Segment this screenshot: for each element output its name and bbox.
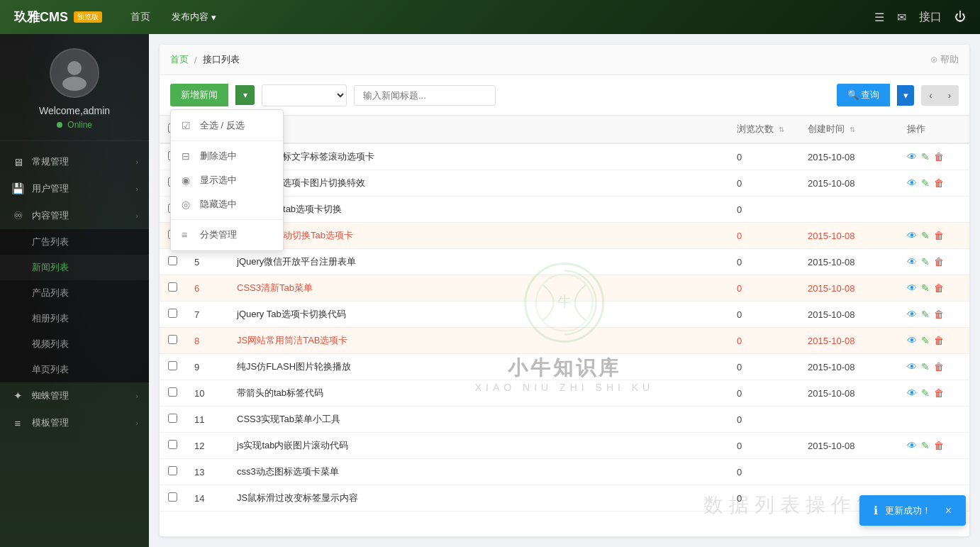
view-icon[interactable]: 👁 (907, 282, 917, 294)
edit-icon[interactable]: ✎ (921, 282, 930, 294)
power-icon[interactable]: ⏻ (954, 11, 966, 23)
add-news-dropdown-button[interactable]: ▾ (235, 85, 255, 105)
row-date: 2015-10-08 (799, 354, 898, 380)
delete-icon[interactable]: 🗑 (934, 256, 944, 267)
dropdown-item-select-all[interactable]: ☑ 全选 / 反选 (171, 114, 283, 138)
row-title-link[interactable]: jQuery微信开放平台注册表单 (237, 256, 356, 267)
row-title-link[interactable]: JS鼠标滑过改变标签显示内容 (237, 492, 358, 503)
nav-home[interactable]: 首页 (123, 7, 157, 27)
row-checkbox[interactable] (168, 361, 177, 370)
row-views: 0 (728, 407, 799, 433)
sidebar-sub-item-news[interactable]: 新闻列表 (0, 255, 149, 280)
edit-icon[interactable]: ✎ (921, 309, 930, 320)
row-checkbox-cell (160, 433, 186, 459)
sidebar-sub-item-product[interactable]: 产品列表 (0, 280, 149, 306)
search-button[interactable]: 🔍 查询 (837, 84, 891, 106)
category-select[interactable] (262, 84, 347, 106)
row-title-link[interactable]: css3动态图标选项卡菜单 (237, 466, 339, 477)
row-checkbox[interactable] (168, 414, 177, 423)
sidebar-item-spider[interactable]: ✦ 蜘蛛管理 › (0, 382, 149, 409)
search-dropdown-button[interactable]: ▾ (897, 85, 914, 106)
delete-icon[interactable]: 🗑 (934, 440, 944, 451)
sidebar-sub-item-single[interactable]: 单页列表 (0, 357, 149, 382)
row-title: 纯JS仿FLASH图片轮换播放 (228, 354, 728, 380)
row-title-link[interactable]: 带箭头的tab标签代码 (237, 387, 323, 398)
row-title-link[interactable]: jQuery Tab选项卡切换代码 (237, 309, 346, 319)
edit-icon[interactable]: ✎ (921, 256, 930, 267)
row-id: 8 (186, 328, 228, 354)
row-checkbox[interactable] (168, 466, 177, 475)
sidebar-item-template[interactable]: ≡ 模板管理 › (0, 409, 149, 436)
delete-icon[interactable]: 🗑 (934, 335, 944, 346)
edit-icon[interactable]: ✎ (921, 440, 930, 451)
mail-icon[interactable]: ✉ (897, 11, 906, 24)
row-title-link[interactable]: 纯JS仿FLASH图片轮换播放 (237, 361, 351, 372)
search-input[interactable] (354, 85, 496, 106)
spider-icon: ✦ (11, 389, 25, 402)
delete-icon[interactable]: 🗑 (934, 361, 944, 372)
sidebar-sub-item-album[interactable]: 相册列表 (0, 306, 149, 331)
delete-icon[interactable]: 🗑 (934, 151, 944, 162)
edit-icon[interactable]: ✎ (921, 335, 930, 346)
row-title-link[interactable]: CSS3清新Tab菜单 (237, 282, 313, 293)
row-title-link[interactable]: JS网站常用简洁TAB选项卡 (237, 335, 348, 346)
row-checkbox[interactable] (168, 309, 177, 318)
delete-icon[interactable]: 🗑 (934, 177, 944, 189)
view-icon[interactable]: 👁 (907, 335, 917, 346)
toast-close-button[interactable]: × (945, 504, 952, 517)
view-icon[interactable]: 👁 (907, 309, 917, 320)
dropdown-item-show[interactable]: ◉ 显示选中 (171, 168, 283, 192)
row-checkbox[interactable] (168, 440, 177, 449)
th-title[interactable]: 标题 ⇅ (228, 116, 728, 143)
dropdown-item-delete[interactable]: ⊟ 删除选中 (171, 144, 283, 168)
content-area: 首页 / 接口列表 ⊙ 帮助 新增新闻 ▾ ☑ 全选 / 反选 (149, 34, 980, 547)
view-icon[interactable]: 👁 (907, 387, 917, 399)
th-views[interactable]: 浏览次数 ⇅ (728, 116, 799, 143)
delete-icon[interactable]: 🗑 (934, 282, 944, 294)
row-views: 0 (728, 459, 799, 485)
sidebar-sub-item-video[interactable]: 视频列表 (0, 331, 149, 357)
nav-publish[interactable]: 发布内容 ▾ (172, 11, 216, 23)
delete-icon[interactable]: 🗑 (934, 309, 944, 320)
dropdown-item-hide[interactable]: ◎ 隐藏选中 (171, 192, 283, 216)
sidebar-item-content[interactable]: ♾ 内容管理 › (0, 202, 149, 229)
view-icon[interactable]: 👁 (907, 230, 917, 241)
help-link[interactable]: ⊙ 帮助 (930, 53, 959, 66)
row-title: jQuery纵式选项卡图片切换特效 (228, 170, 728, 197)
chevron-right-icon: › (135, 184, 138, 193)
view-icon[interactable]: 👁 (907, 361, 917, 372)
view-icon[interactable]: 👁 (907, 440, 917, 451)
dropdown-item-category[interactable]: ≡ 分类管理 (171, 223, 283, 247)
main-wrapper: Welcome,admin Online 🖥 常规管理 › 💾 用户管理 › ♾… (0, 34, 980, 547)
view-icon[interactable]: 👁 (907, 256, 917, 267)
edit-icon[interactable]: ✎ (921, 361, 930, 372)
delete-icon[interactable]: 🗑 (934, 230, 944, 241)
next-page-button[interactable]: › (940, 85, 959, 106)
row-title: CSS3实现Tab菜单小工具 (228, 407, 728, 433)
delete-icon[interactable]: 🗑 (934, 387, 944, 399)
edit-icon[interactable]: ✎ (921, 177, 930, 189)
action-icons: 👁✎🗑 (907, 230, 961, 241)
th-date[interactable]: 创建时间 ⇅ (799, 116, 898, 143)
breadcrumb-home[interactable]: 首页 (170, 53, 189, 66)
row-checkbox[interactable] (168, 492, 177, 502)
sidebar-item-user[interactable]: 💾 用户管理 › (0, 175, 149, 202)
row-title-link[interactable]: CSS3实现Tab菜单小工具 (237, 414, 340, 424)
add-news-button[interactable]: 新增新闻 (170, 84, 228, 106)
prev-page-button[interactable]: ‹ (921, 85, 940, 106)
edit-icon[interactable]: ✎ (921, 230, 930, 241)
row-checkbox[interactable] (168, 256, 177, 265)
edit-icon[interactable]: ✎ (921, 151, 930, 162)
edit-icon[interactable]: ✎ (921, 387, 930, 399)
row-title-link[interactable]: js实现tab内嵌图片滚动代码 (237, 440, 348, 451)
view-icon[interactable]: 👁 (907, 177, 917, 189)
hide-icon: ◎ (182, 199, 194, 210)
sidebar-item-regular[interactable]: 🖥 常规管理 › (0, 148, 149, 175)
menu-icon[interactable]: ☰ (874, 11, 884, 24)
row-checkbox[interactable] (168, 335, 177, 344)
row-checkbox[interactable] (168, 387, 177, 397)
sidebar-sub-item-ad[interactable]: 广告列表 (0, 229, 149, 255)
interface-label[interactable]: 接口 (919, 10, 942, 25)
row-checkbox[interactable] (168, 282, 177, 292)
view-icon[interactable]: 👁 (907, 151, 917, 162)
